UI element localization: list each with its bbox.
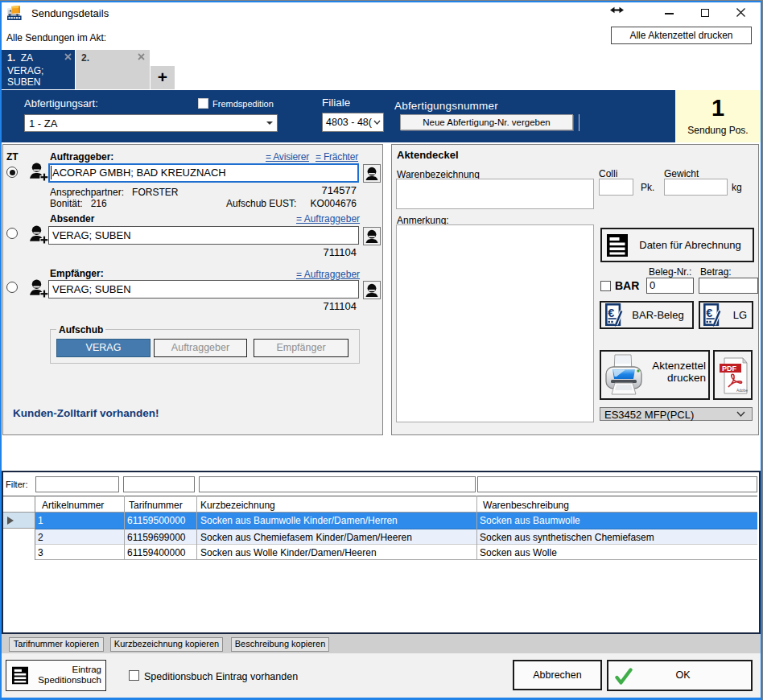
svg-text:PDF: PDF — [722, 364, 737, 373]
svg-text:Adobe: Adobe — [736, 389, 748, 393]
